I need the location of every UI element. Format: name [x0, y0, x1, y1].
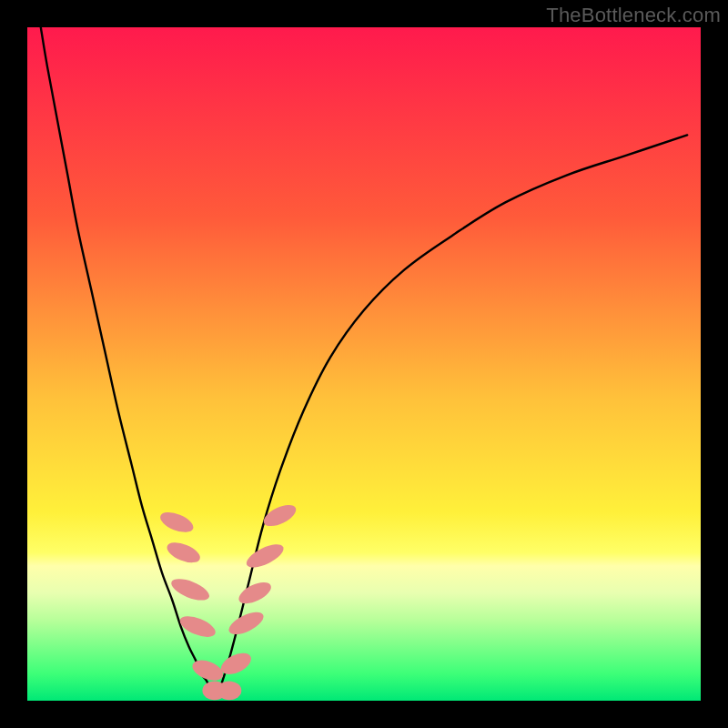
watermark-text: TheBottleneck.com: [546, 4, 721, 27]
curve-right-curve: [216, 135, 687, 697]
marker-point: [217, 682, 242, 701]
marker-point: [236, 578, 274, 608]
chart-frame: TheBottleneck.com: [0, 0, 728, 728]
plot-area: [27, 27, 701, 701]
marker-point: [217, 649, 254, 679]
marker-point: [243, 540, 287, 571]
marker-point: [165, 539, 203, 567]
marker-point: [168, 574, 212, 604]
plot-svg: [27, 27, 701, 701]
marker-point: [157, 508, 196, 536]
marker-point: [177, 612, 218, 642]
marker-point: [226, 608, 267, 639]
